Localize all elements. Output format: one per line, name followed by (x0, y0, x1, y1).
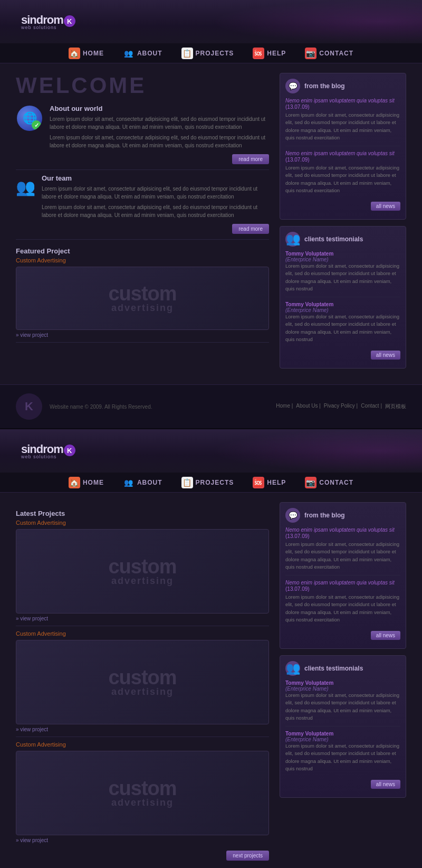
project-2-view-link[interactable]: » view project (16, 727, 269, 732)
page-2: sindromK web solutions 🏠 HOME 👥 ABOUT 📋 … (0, 429, 422, 868)
blog-2-entry-2-excerpt: Lorem ipsum dolor sit amet, consectetur … (285, 593, 400, 624)
divider-1 (16, 169, 269, 170)
projects-icon: 📋 (181, 48, 193, 59)
home-icon: 🏠 (69, 48, 80, 59)
testimonials-all-news-btn-1[interactable]: all news (371, 351, 400, 360)
nav-about[interactable]: 👥 ABOUT (113, 43, 172, 63)
project-2-custom-text: custom advertising (108, 667, 176, 697)
nav-home-2[interactable]: 🏠 HOME (59, 473, 113, 493)
nav-projects-label: PROJECTS (196, 50, 234, 57)
nav-help-2[interactable]: 🆘 HELP (243, 473, 295, 493)
nav-home-label-2: HOME (83, 479, 104, 486)
testimonial-2-entry-1: Tommy Voluptatem (Enterprice Name) Lorem… (285, 680, 400, 722)
testimonial-2-company-2: (Enterprice Name) (285, 737, 400, 742)
testimonials-title-1: clients testimonials (304, 235, 363, 243)
project-1-view-link[interactable]: » view project (16, 616, 269, 621)
nav-about-label: ABOUT (137, 50, 162, 57)
blog-entry-1-date: (13.07.09) (285, 104, 400, 110)
site-header: sindromK web solutions (0, 0, 422, 43)
nav-help[interactable]: 🆘 HELP (243, 43, 295, 63)
team-text: Our team Lorem ipsum dolor sit amet, con… (42, 174, 269, 234)
footer-link-about-1[interactable]: About Us | (296, 403, 321, 410)
footer-link-home-1[interactable]: Home | (276, 403, 293, 410)
project-3-custom-text: custom advertising (108, 778, 176, 808)
testimonials-all-news-btn-2[interactable]: all news (371, 780, 400, 789)
nav-contact[interactable]: 📷 CONTACT (295, 43, 363, 63)
nav-projects[interactable]: 📋 PROJECTS (172, 43, 244, 63)
site-header-2: sindromK web solutions (0, 429, 422, 473)
contact-icon: 📷 (305, 48, 316, 59)
projects-divider-1 (16, 626, 269, 626)
footer-link-cn-1[interactable]: 网页模板 (385, 403, 406, 410)
testimonials-header-2: 👥 clients testimonials (285, 661, 400, 676)
footer-links-1: Home | About Us | Pivacy Policy | Contac… (276, 403, 406, 410)
testimonials-box-1: 👥 clients testimonials Tommy Voluptatem … (280, 226, 406, 369)
blog-2-entry-2-title[interactable]: Nemo enim ipsam voluptatem quia voluptas… (285, 580, 400, 586)
footer-link-privacy-1[interactable]: Pivacy Policy | (324, 403, 358, 410)
testimonial-2-text-1: Lorem ipsum dolor sit amet, consectetur … (285, 692, 400, 722)
testimonials-box-2: 👥 clients testimonials Tommy Voluptatem … (280, 655, 406, 798)
welcome-heading: WELCOME (16, 73, 269, 98)
logo-text-2: sindrom (21, 442, 63, 456)
nav-contact-label-2: CONTACT (319, 479, 353, 486)
nav-home-label: HOME (83, 50, 104, 57)
project-1-thumb: custom advertising (16, 529, 269, 614)
blog-2-entry-1-title[interactable]: Nemo enim ipsam voluptatem quia voluptas… (285, 527, 400, 533)
right-col-2: 💬 from the blog Nemo enim ipsam voluptat… (280, 502, 406, 804)
nav-bar-2: 🏠 HOME 👥 ABOUT 📋 PROJECTS 🆘 HELP 📷 CONTA… (0, 473, 422, 493)
about-world-read-more[interactable]: read more (232, 154, 269, 164)
next-projects-btn[interactable]: next projects (226, 851, 269, 861)
blog-entry-2-excerpt: Lorem ipsum dolor sit amet, consectetur … (285, 164, 400, 194)
blog-all-news-btn-1[interactable]: all news (371, 202, 400, 211)
footer-link-contact-1[interactable]: Contact | (361, 403, 382, 410)
about-icon-2: 👥 (123, 477, 135, 488)
left-col-1: WELCOME 🌐 ✓ About our world Lorem ipsum … (16, 73, 280, 347)
featured-project-thumb: custom advertising (16, 267, 269, 330)
nav-home[interactable]: 🏠 HOME (59, 43, 113, 63)
logo-2[interactable]: sindromK web solutions (21, 442, 75, 460)
blog-all-news-btn-2[interactable]: all news (371, 631, 400, 640)
logo-text: sindrom (21, 13, 63, 26)
testimonials-title-2: clients testimonials (304, 665, 363, 672)
testimonial-2-name-1: Tommy Voluptatem (285, 680, 400, 686)
blog-box-2: 💬 from the blog Nemo enim ipsam voluptat… (280, 502, 406, 649)
blog-2-entry-1-excerpt: Lorem ipsum dolor sit amet, consectetur … (285, 541, 400, 571)
nav-contact-2[interactable]: 📷 CONTACT (295, 473, 363, 493)
blog-divider-1 (285, 146, 400, 146)
featured-view-link[interactable]: » view project (16, 332, 269, 338)
blog-2-entry-2: Nemo enim ipsam voluptatem quia voluptas… (285, 580, 400, 624)
nav-bar: 🏠 HOME 👥 ABOUT 📋 PROJECTS 🆘 HELP 📷 CONTA… (0, 43, 422, 63)
project-2-thumb: custom advertising (16, 640, 269, 724)
blog-box-header-2: 💬 from the blog (285, 508, 400, 523)
team-read-more[interactable]: read more (232, 224, 269, 234)
testimonial-2-text-2: Lorem ipsum dolor sit amet, consectetur … (285, 742, 400, 772)
main-content-1: WELCOME 🌐 ✓ About our world Lorem ipsum … (0, 63, 422, 384)
featured-custom-text: custom advertising (108, 283, 176, 314)
help-icon: 🆘 (253, 48, 264, 59)
page-1: sindromK web solutions 🏠 HOME 👥 ABOUT 📋 … (0, 0, 422, 428)
footer-copyright-1: Website name © 2009. All Rights Reserved… (50, 404, 276, 410)
blog-entry-1-title[interactable]: Nemo enim ipsam voluptatem quia voluptas… (285, 98, 400, 103)
testimonial-1-entry-2: Tommy Voluptatem (Enterprice Name) Lorem… (285, 301, 400, 343)
team-para2: Lorem ipsum dolor sit amet, consectetur … (42, 203, 269, 219)
project-3-view-link[interactable]: » view project (16, 837, 269, 843)
nav-projects-2[interactable]: 📋 PROJECTS (172, 473, 244, 493)
blog-entry-1: Nemo enim ipsam voluptatem quia voluptas… (285, 98, 400, 141)
blog-entry-2-title[interactable]: Nemo enim ipsam voluptatem quia voluptas… (285, 150, 400, 156)
nav-about-2[interactable]: 👥 ABOUT (113, 473, 172, 493)
blog-box-1: 💬 from the blog Nemo enim ipsam voluptat… (280, 73, 406, 220)
project-1-name: Custom Advertising (16, 520, 269, 526)
testimonial-2-company-1: (Enterprice Name) (285, 686, 400, 692)
divider-3 (16, 342, 269, 343)
project-3-thumb: custom advertising (16, 751, 269, 835)
team-block: 👥 Our team Lorem ipsum dolor sit amet, c… (16, 174, 269, 234)
nav-help-label: HELP (267, 50, 286, 57)
logo-k: K (64, 15, 75, 27)
project-3-name: Custom Advertising (16, 741, 269, 748)
testimonial-divider-2 (285, 726, 400, 727)
blog-title: from the blog (304, 82, 345, 90)
logo[interactable]: sindromK web solutions (21, 13, 75, 31)
testimonials-icon-1: 👥 (285, 232, 300, 247)
help-icon-2: 🆘 (253, 477, 264, 488)
about-world-para1: Lorem ipsum dolor sit amet, consectetur … (50, 115, 269, 131)
